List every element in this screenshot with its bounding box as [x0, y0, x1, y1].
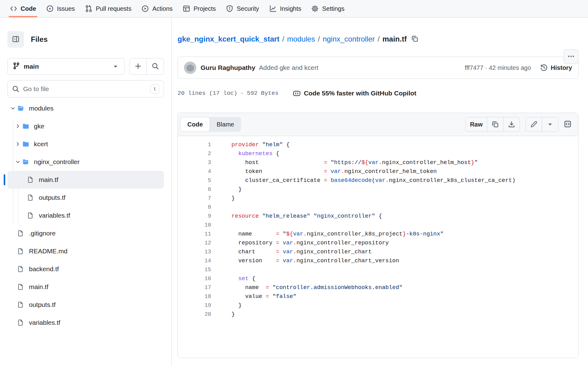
current-branch-name: main [24, 63, 39, 70]
tree-item-nginx-controller[interactable]: nginx_controller [7, 153, 164, 171]
issue-opened-icon [46, 5, 54, 12]
line-number[interactable]: 7 [178, 194, 211, 203]
edit-dropdown-button[interactable] [542, 117, 558, 131]
file-stats-row: 20 lines (17 loc) · 592 Bytes Code 55% f… [178, 89, 578, 97]
copy-file-button[interactable] [487, 117, 504, 131]
edit-file-button[interactable] [526, 117, 542, 131]
tree-item-kcert[interactable]: kcert [7, 135, 164, 153]
tree-item-readme-md[interactable]: README.md [7, 242, 164, 260]
line-number[interactable]: 8 [178, 203, 211, 212]
git-branch-icon [13, 62, 20, 71]
collapse-sidebar-button[interactable] [7, 31, 24, 48]
line-number[interactable]: 16 [178, 274, 211, 283]
copy-path-button[interactable] [411, 35, 419, 43]
copilot-banner[interactable]: Code 55% faster with GitHub Copilot [293, 89, 416, 97]
breadcrumb-separator: / [378, 35, 380, 43]
commit-author[interactable]: Guru Raghupathy [201, 64, 255, 71]
nav-tab-pull-requests[interactable]: Pull requests [81, 0, 136, 17]
line-number[interactable]: 2 [178, 149, 211, 158]
nav-tab-label: Issues [57, 5, 75, 12]
tree-item-modules[interactable]: modules [7, 99, 164, 117]
commit-sha-and-time: fff7477 · 42 minutes ago [465, 64, 531, 71]
line-number[interactable]: 3 [178, 158, 211, 167]
commit-message[interactable]: Added gke and kcert [259, 64, 318, 71]
history-button[interactable]: History [540, 64, 572, 71]
raw-button[interactable]: Raw [466, 117, 487, 131]
new-file-button[interactable] [130, 58, 147, 74]
breadcrumb: gke_nginx_kcert_quick_start / modules / … [178, 32, 578, 46]
nav-tab-label: Settings [322, 5, 344, 12]
nav-tab-insights[interactable]: Insights [265, 0, 306, 17]
code-line: 18 value = "false" [178, 292, 578, 301]
triangle-down-icon [112, 63, 119, 70]
code-line: 17 name = "controller.admissionWebhooks.… [178, 283, 578, 292]
line-content: resource "helm_release" "nginx_controlle… [211, 212, 382, 221]
line-number[interactable]: 13 [178, 247, 211, 256]
tree-item-outputs-tf[interactable]: outputs.tf [7, 189, 164, 207]
line-number[interactable]: 11 [178, 230, 211, 239]
copilot-banner-text: Code 55% faster with GitHub Copilot [304, 90, 416, 97]
line-content: name = "${var.nginx_controller_k8s_proje… [211, 230, 443, 239]
nav-tab-code[interactable]: Code [6, 0, 40, 17]
download-icon [508, 121, 515, 128]
tree-item-variables-tf[interactable]: variables.tf [7, 314, 164, 332]
tree-item--gitignore[interactable]: .gitignore [7, 224, 164, 242]
nav-tab-settings[interactable]: Settings [307, 0, 349, 17]
line-number[interactable]: 18 [178, 292, 211, 301]
tab-blame[interactable]: Blame [210, 117, 241, 132]
nav-tab-security[interactable]: Security [222, 0, 263, 17]
tree-item-main-tf[interactable]: main.tf [7, 171, 164, 189]
line-number[interactable]: 20 [178, 310, 211, 319]
line-content: } [211, 185, 242, 194]
line-number[interactable]: 9 [178, 212, 211, 221]
tree-item-label: backend.tf [29, 265, 59, 273]
line-content: token = var.nginx_controller_helm_token [211, 167, 437, 176]
pencil-icon [530, 121, 537, 128]
line-number[interactable]: 17 [178, 283, 211, 292]
symbols-panel-button[interactable] [564, 120, 571, 129]
code-line: 12 repository = var.nginx_controller_rep… [178, 239, 578, 247]
line-content: } [211, 310, 235, 319]
nav-tab-issues[interactable]: Issues [42, 0, 79, 17]
line-content [211, 203, 231, 212]
line-number[interactable]: 5 [178, 176, 211, 185]
edit-group [525, 117, 558, 132]
tree-item-label: README.md [29, 247, 67, 255]
line-content: kubernetes { [211, 149, 279, 158]
breadcrumb-separator: / [282, 35, 284, 43]
code-line: 9resource "helm_release" "nginx_controll… [178, 212, 578, 221]
line-number[interactable]: 15 [178, 265, 211, 274]
line-number[interactable]: 19 [178, 301, 211, 310]
line-number[interactable]: 4 [178, 167, 211, 176]
tree-item-main-tf[interactable]: main.tf [7, 278, 164, 296]
line-number[interactable]: 10 [178, 221, 211, 230]
raw-copy-download-group: Raw [465, 117, 520, 132]
tree-item-label: main.tf [39, 176, 58, 183]
breadcrumb-segment-link[interactable]: modules [287, 35, 315, 43]
tree-item-outputs-tf[interactable]: outputs.tf [7, 296, 164, 314]
stats-separator: · [240, 90, 244, 97]
download-button[interactable] [504, 117, 520, 131]
line-number[interactable]: 14 [178, 256, 211, 265]
line-number[interactable]: 12 [178, 239, 211, 247]
tab-code[interactable]: Code [180, 117, 210, 132]
file-options-kebab-button[interactable] [564, 49, 578, 64]
file-icon [17, 301, 24, 308]
line-number[interactable]: 6 [178, 185, 211, 194]
line-number[interactable]: 1 [178, 140, 211, 149]
nav-tab-projects[interactable]: Projects [178, 0, 220, 17]
line-content: } [211, 301, 242, 310]
nav-tab-actions[interactable]: Actions [137, 0, 177, 17]
code-line: 4 token = var.nginx_controller_helm_toke… [178, 167, 578, 176]
avatar[interactable] [184, 62, 196, 74]
line-content: host = "https://${var.nginx_controller_h… [211, 158, 478, 167]
breadcrumb-segment-link[interactable]: nginx_controller [323, 35, 375, 43]
breadcrumb-repo-link[interactable]: gke_nginx_kcert_quick_start [178, 35, 280, 43]
tree-item-backend-tf[interactable]: backend.tf [7, 260, 164, 278]
go-to-file-input[interactable] [23, 85, 146, 93]
tree-item-variables-tf[interactable]: variables.tf [7, 207, 164, 224]
copilot-icon [293, 89, 301, 97]
search-this-repo-button[interactable] [147, 58, 164, 74]
branch-selector[interactable]: main [7, 58, 125, 75]
tree-item-gke[interactable]: gke [7, 117, 164, 135]
